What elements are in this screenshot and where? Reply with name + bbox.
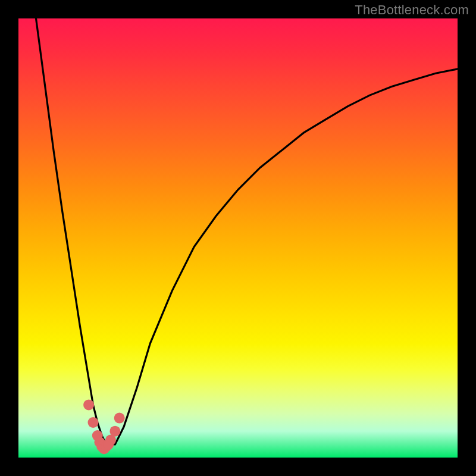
chart-svg <box>18 18 458 458</box>
chart-frame: TheBottleneck.com <box>0 0 476 476</box>
curve-group <box>36 18 458 444</box>
bottleneck-curve <box>36 18 458 444</box>
marker-dot <box>114 413 125 424</box>
marker-dot <box>83 399 94 410</box>
watermark-text: TheBottleneck.com <box>355 2 469 18</box>
marker-dot <box>109 426 120 437</box>
plot-area <box>18 18 458 458</box>
marker-dot <box>88 417 99 428</box>
marker-group <box>83 399 125 454</box>
